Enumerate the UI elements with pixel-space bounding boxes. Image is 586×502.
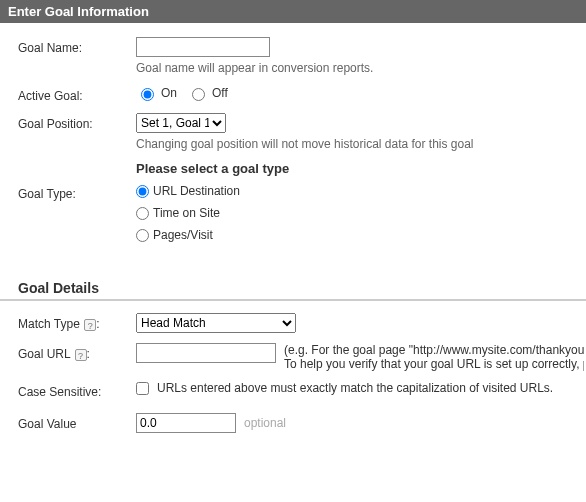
goal-url-hint-line1: (e.g. For the goal page "http://www.mysi… (284, 343, 584, 357)
goal-type-row: Goal Type: Please select a goal type URL… (18, 161, 586, 250)
goal-position-label: Goal Position: (18, 113, 136, 131)
active-on-radio[interactable] (141, 88, 154, 101)
match-type-label: Match Type ?: (18, 313, 136, 331)
goal-type-pages-label: Pages/Visit (153, 228, 213, 242)
goal-value-row: Goal Value optional (18, 413, 586, 433)
goal-position-hint: Changing goal position will not move his… (136, 137, 582, 151)
match-type-select[interactable]: Head Match (136, 313, 296, 333)
goal-value-optional: optional (244, 416, 286, 430)
goal-type-label: Goal Type: (18, 161, 136, 201)
goal-details-heading: Goal Details (0, 280, 586, 301)
match-type-row: Match Type ?: Head Match (18, 313, 586, 333)
goal-url-hint: (e.g. For the goal page "http://www.mysi… (284, 343, 584, 371)
help-icon[interactable]: ? (84, 319, 96, 331)
goal-type-pages-radio[interactable] (136, 229, 149, 242)
goal-type-url-radio[interactable] (136, 185, 149, 198)
goal-position-row: Goal Position: Set 1, Goal 1 Changing go… (18, 113, 586, 151)
active-off-radio[interactable] (192, 88, 205, 101)
active-goal-label: Active Goal: (18, 85, 136, 103)
goal-url-hint-line2: To help you verify that your goal URL is… (284, 357, 584, 371)
goal-position-select[interactable]: Set 1, Goal 1 (136, 113, 226, 133)
goal-url-row: Goal URL ?: (e.g. For the goal page "htt… (18, 343, 586, 371)
goal-information-section: Goal Name: Goal name will appear in conv… (0, 23, 586, 270)
active-off-label: Off (212, 86, 228, 100)
case-sensitive-row: Case Sensitive: URLs entered above must … (18, 381, 586, 399)
goal-type-time-label: Time on Site (153, 206, 220, 220)
goal-url-input[interactable] (136, 343, 276, 363)
case-sensitive-checkbox[interactable] (136, 382, 149, 395)
panel-title: Enter Goal Information (8, 4, 149, 19)
goal-name-label: Goal Name: (18, 37, 136, 55)
goal-type-prompt: Please select a goal type (136, 161, 582, 176)
goal-details-section: Match Type ?: Head Match Goal URL ?: (e.… (0, 313, 586, 453)
goal-type-time-radio[interactable] (136, 207, 149, 220)
active-goal-row: Active Goal: On Off (18, 85, 586, 103)
panel-header: Enter Goal Information (0, 0, 586, 23)
case-sensitive-hint: URLs entered above must exactly match th… (157, 381, 553, 395)
goal-value-label: Goal Value (18, 413, 136, 431)
goal-name-hint: Goal name will appear in conversion repo… (136, 61, 582, 75)
goal-name-row: Goal Name: Goal name will appear in conv… (18, 37, 586, 75)
goal-url-label-text: Goal URL (18, 347, 70, 361)
case-sensitive-label: Case Sensitive: (18, 381, 136, 399)
goal-type-url-label: URL Destination (153, 184, 240, 198)
goal-name-input[interactable] (136, 37, 270, 57)
goal-url-label: Goal URL ?: (18, 343, 136, 361)
match-type-label-text: Match Type (18, 317, 80, 331)
help-icon[interactable]: ? (75, 349, 87, 361)
active-on-label: On (161, 86, 177, 100)
goal-value-input[interactable] (136, 413, 236, 433)
